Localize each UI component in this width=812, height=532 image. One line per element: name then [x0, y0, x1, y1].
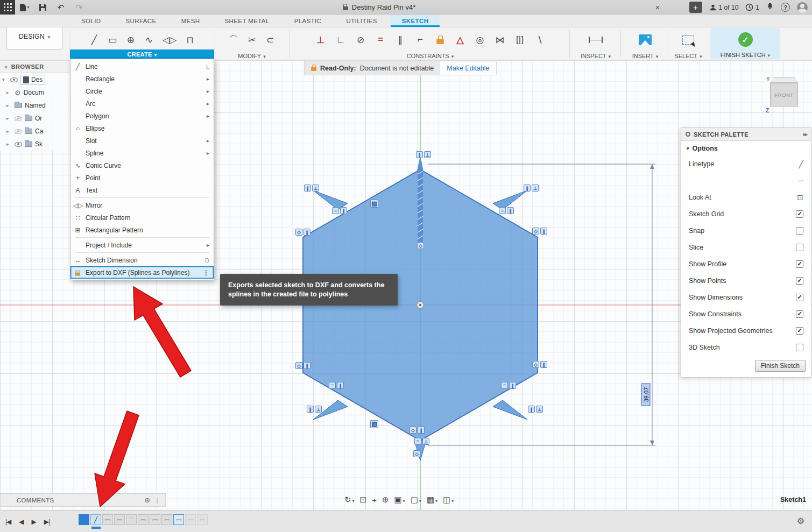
constraint-badge[interactable]: ∥ — [418, 427, 425, 434]
show-projected-geometries-checkbox[interactable]: ✓ — [796, 327, 803, 335]
menu-item-circular-pattern[interactable]: ∷Circular Pattern — [70, 211, 214, 224]
finish-sketch-group[interactable]: ✓ FINISH SKETCH — [710, 28, 780, 59]
show-constraints-checkbox[interactable]: ✓ — [796, 310, 803, 318]
timeline-feature-tile[interactable]: ▭ — [114, 514, 125, 525]
menu-item-arc[interactable]: Arc▸ — [70, 97, 214, 110]
spline-icon[interactable]: ∿ — [144, 34, 154, 46]
menu-item-export-to-dxf-splines-as-polylines[interactable]: ▤Export to DXF (Splines as Polylines)⋮ — [70, 266, 214, 279]
linetype-icon[interactable]: ╱ — [799, 160, 803, 168]
active-users-indicator[interactable]: 1 of 10 — [709, 4, 739, 11]
new-tab-button[interactable] — [689, 2, 702, 13]
timeline-feature-tile[interactable]: ▭ — [138, 514, 149, 525]
finish-sketch-label[interactable]: FINISH SKETCH — [710, 50, 780, 59]
viewports-icon[interactable]: ◫▾ — [443, 495, 454, 505]
viewcube[interactable]: FRONT Y Z — [766, 76, 804, 114]
file-menu-icon[interactable]: ▾ — [15, 0, 33, 15]
polyline-icon[interactable]: ╱ — [89, 34, 99, 46]
tab-surface[interactable]: SURFACE — [115, 15, 168, 27]
expander-icon[interactable]: ▸ — [6, 116, 12, 121]
constraint-badge[interactable]: ∥ — [307, 406, 314, 413]
constraint-badge[interactable]: = — [499, 207, 506, 214]
menu-item-circle[interactable]: Circle▸ — [70, 85, 214, 97]
symmetry-icon[interactable]: ⋈ — [495, 34, 505, 46]
constraint-badge[interactable]: ◇ — [532, 228, 539, 235]
notifications-bell-icon[interactable] — [766, 2, 774, 12]
visibility-eye-icon[interactable] — [10, 77, 18, 82]
timeline-feature-tile[interactable]: ▭ — [161, 514, 172, 525]
constraint-badge[interactable]: = — [414, 438, 421, 445]
zoom-icon[interactable]: ⊕ — [382, 495, 389, 505]
constraints-group-label[interactable]: CONSTRAINTS — [292, 51, 569, 60]
constraint-badge[interactable]: ⊥ — [315, 406, 322, 413]
menu-item-line[interactable]: ╱LineL — [70, 60, 214, 73]
constraint-badge[interactable]: ⊥ — [536, 406, 543, 413]
close-document-icon[interactable]: × — [650, 0, 665, 15]
modify-group-label[interactable]: MODIFY — [217, 51, 287, 60]
constraint-badge[interactable]: ◇ — [409, 427, 416, 434]
menu-item-text[interactable]: AText — [70, 184, 214, 196]
menu-item-conic-curve[interactable]: ∿Conic Curve — [70, 159, 214, 172]
browser-item-des[interactable]: ▾Des — [0, 73, 70, 86]
constraint-badge[interactable]: ◇ — [295, 229, 302, 236]
make-editable-link[interactable]: Make Editable — [440, 61, 496, 75]
undo-icon[interactable]: ↶ — [52, 0, 70, 15]
tab-mesh[interactable]: MESH — [170, 15, 211, 27]
browser-item-ca[interactable]: ▸Ca — [0, 125, 70, 138]
timeline-end-icon[interactable]: ▶| — [44, 518, 50, 526]
constraint-badge[interactable]: = — [329, 382, 336, 389]
constraint-badge[interactable]: ◇ — [532, 361, 539, 368]
sketch-palette-header[interactable]: SKETCH PALETTE — [681, 128, 811, 141]
parallel-icon[interactable]: ∥ — [396, 34, 405, 46]
tangent-icon[interactable]: ⊘ — [356, 34, 365, 46]
select-box-icon[interactable] — [682, 36, 694, 45]
select-group-label[interactable]: SELECT — [669, 51, 708, 60]
browser-item-sk[interactable]: ▸Sk — [0, 138, 70, 151]
app-grid-icon[interactable] — [0, 0, 15, 15]
timeline-step-back-icon[interactable]: ◀ — [19, 518, 23, 526]
visibility-eye-icon[interactable] — [15, 142, 22, 147]
fit-icon[interactable]: ▣▾ — [394, 495, 405, 505]
constraint-badge[interactable]: ∥ — [303, 362, 310, 369]
constraint-badge[interactable]: ∥ — [337, 382, 344, 389]
tab-sketch[interactable]: SKETCH — [391, 15, 440, 27]
menu-item-sketch-dimension[interactable]: ↔Sketch DimensionD — [70, 254, 214, 266]
timeline-feature-tile[interactable]: ⌒ — [126, 514, 137, 525]
show-points-checkbox[interactable]: ✓ — [796, 277, 803, 285]
constraint-badge[interactable]: ∥ — [528, 406, 535, 413]
constraint-badge[interactable]: ∥ — [416, 151, 423, 158]
constraint-badge[interactable]: ⊥ — [532, 185, 539, 191]
trim-icon[interactable]: ✂ — [247, 34, 257, 46]
look-at-icon[interactable]: ⊡ — [797, 193, 803, 202]
menu-item-point[interactable]: +Point — [70, 172, 214, 184]
constraint-badge[interactable]: ∥ — [540, 361, 547, 368]
save-icon[interactable] — [33, 0, 52, 15]
constraint-badge[interactable]: ⊥ — [312, 185, 319, 191]
constraint-badge[interactable]: ∥ — [540, 228, 547, 235]
comments-bar[interactable]: COMMENTS ⊕ ❘ — [0, 493, 166, 507]
timeline-feature-tile[interactable]: ╱ — [90, 514, 101, 525]
inspect-group-label[interactable]: INSPECT — [572, 51, 619, 60]
browser-panel-header[interactable]: « BROWSER — [0, 61, 70, 73]
measure-icon[interactable] — [589, 37, 603, 43]
constraint-badge[interactable]: ▨ — [370, 420, 378, 428]
viewcube-front-face[interactable]: FRONT — [770, 83, 798, 107]
visibility-eye-icon[interactable] — [15, 116, 22, 121]
expander-icon[interactable]: ▸ — [6, 129, 12, 134]
collapse-palette-icon[interactable] — [803, 131, 807, 137]
collinear-icon[interactable]: ∖ — [535, 34, 545, 46]
pan-icon[interactable]: + — [372, 495, 377, 505]
timeline-feature-tile[interactable]: ▭ — [173, 514, 184, 525]
show-profile-checkbox[interactable]: ✓ — [796, 260, 803, 268]
tab-solid[interactable]: SOLID — [70, 15, 112, 27]
timeline-feature-tile[interactable]: ▭ — [150, 514, 160, 525]
constraint-badge[interactable]: ∥ — [507, 207, 514, 214]
visibility-eye-icon[interactable] — [15, 129, 22, 134]
orbit-icon[interactable]: ↻▾ — [344, 495, 355, 505]
user-avatar[interactable] — [797, 2, 808, 13]
menu-item-slot[interactable]: Slot▸ — [70, 134, 214, 147]
options-section-header[interactable]: Options — [681, 141, 811, 155]
finish-check-icon[interactable]: ✓ — [738, 32, 753, 47]
sketch-grid-checkbox[interactable]: ✓ — [796, 210, 803, 218]
fillet-icon[interactable]: ⌒ — [229, 34, 238, 46]
grid-settings-icon[interactable]: ▦▾ — [427, 495, 437, 505]
